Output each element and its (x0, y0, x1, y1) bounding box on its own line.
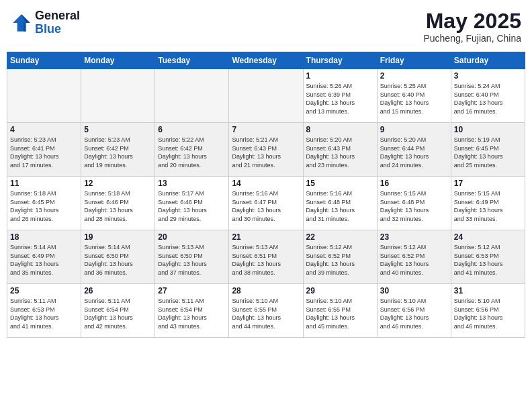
calendar-day-cell (7, 69, 81, 123)
day-number: 18 (10, 232, 78, 242)
day-number: 22 (306, 232, 374, 242)
day-number: 12 (84, 179, 152, 188)
calendar-day-cell: 29Sunrise: 5:10 AMSunset: 6:55 PMDayligh… (303, 284, 377, 338)
calendar-day-cell (81, 69, 155, 123)
calendar-day-cell: 24Sunrise: 5:12 AMSunset: 6:53 PMDayligh… (451, 230, 525, 284)
logo-blue-text: Blue (35, 23, 80, 36)
calendar-day-cell: 28Sunrise: 5:10 AMSunset: 6:55 PMDayligh… (229, 284, 303, 338)
day-number: 9 (380, 125, 448, 134)
day-info: Sunrise: 5:10 AMSunset: 6:56 PMDaylight:… (380, 297, 448, 330)
day-info: Sunrise: 5:19 AMSunset: 6:45 PMDaylight:… (454, 136, 522, 169)
calendar-week-row: 25Sunrise: 5:11 AMSunset: 6:53 PMDayligh… (7, 284, 525, 338)
day-number: 17 (454, 179, 522, 188)
calendar-day-cell: 3Sunrise: 5:24 AMSunset: 6:40 PMDaylight… (451, 69, 525, 123)
day-info: Sunrise: 5:11 AMSunset: 6:54 PMDaylight:… (158, 297, 226, 330)
calendar-day-cell: 22Sunrise: 5:12 AMSunset: 6:52 PMDayligh… (303, 230, 377, 284)
calendar-day-cell: 4Sunrise: 5:23 AMSunset: 6:41 PMDaylight… (7, 123, 81, 177)
day-number: 13 (158, 179, 226, 188)
day-info: Sunrise: 5:26 AMSunset: 6:39 PMDaylight:… (306, 82, 374, 116)
logo-text: General Blue (35, 9, 80, 36)
day-info: Sunrise: 5:16 AMSunset: 6:48 PMDaylight:… (306, 189, 374, 223)
weekday-header-row: SundayMondayTuesdayWednesdayThursdayFrid… (7, 52, 525, 69)
logo-icon (11, 12, 32, 34)
calendar-week-row: 1Sunrise: 5:26 AMSunset: 6:39 PMDaylight… (7, 69, 525, 123)
day-info: Sunrise: 5:13 AMSunset: 6:50 PMDaylight:… (158, 243, 226, 277)
day-info: Sunrise: 5:23 AMSunset: 6:41 PMDaylight:… (10, 136, 78, 169)
title-block: May 2025 Pucheng, Fujian, China (423, 9, 521, 44)
calendar-week-row: 18Sunrise: 5:14 AMSunset: 6:49 PMDayligh… (7, 230, 525, 284)
calendar-week-row: 11Sunrise: 5:18 AMSunset: 6:45 PMDayligh… (7, 177, 525, 230)
day-number: 7 (232, 125, 300, 134)
day-number: 8 (306, 125, 374, 134)
day-number: 10 (454, 125, 522, 134)
logo-general-text: General (35, 9, 80, 23)
day-number: 23 (380, 232, 448, 242)
calendar-day-cell: 6Sunrise: 5:22 AMSunset: 6:42 PMDaylight… (155, 123, 229, 177)
calendar-day-cell: 10Sunrise: 5:19 AMSunset: 6:45 PMDayligh… (451, 123, 525, 177)
calendar-day-cell: 19Sunrise: 5:14 AMSunset: 6:50 PMDayligh… (81, 230, 155, 284)
calendar-day-cell: 20Sunrise: 5:13 AMSunset: 6:50 PMDayligh… (155, 230, 229, 284)
day-number: 28 (232, 286, 300, 295)
calendar-day-cell: 31Sunrise: 5:10 AMSunset: 6:56 PMDayligh… (451, 284, 525, 338)
day-info: Sunrise: 5:24 AMSunset: 6:40 PMDaylight:… (454, 82, 522, 116)
day-info: Sunrise: 5:17 AMSunset: 6:46 PMDaylight:… (158, 189, 226, 223)
day-number: 5 (84, 125, 152, 134)
day-number: 26 (84, 286, 152, 295)
day-info: Sunrise: 5:10 AMSunset: 6:55 PMDaylight:… (306, 297, 374, 330)
day-number: 2 (380, 71, 448, 81)
day-info: Sunrise: 5:10 AMSunset: 6:56 PMDaylight:… (454, 297, 522, 330)
day-number: 1 (306, 71, 374, 81)
calendar-day-cell: 9Sunrise: 5:20 AMSunset: 6:44 PMDaylight… (377, 123, 451, 177)
day-number: 30 (380, 286, 448, 295)
day-info: Sunrise: 5:14 AMSunset: 6:50 PMDaylight:… (84, 243, 152, 277)
day-info: Sunrise: 5:12 AMSunset: 6:52 PMDaylight:… (380, 243, 448, 277)
calendar-day-cell: 21Sunrise: 5:13 AMSunset: 6:51 PMDayligh… (229, 230, 303, 284)
calendar-day-cell: 2Sunrise: 5:25 AMSunset: 6:40 PMDaylight… (377, 69, 451, 123)
calendar-day-cell: 12Sunrise: 5:18 AMSunset: 6:46 PMDayligh… (81, 177, 155, 230)
calendar-day-cell: 7Sunrise: 5:21 AMSunset: 6:43 PMDaylight… (229, 123, 303, 177)
calendar-week-row: 4Sunrise: 5:23 AMSunset: 6:41 PMDaylight… (7, 123, 525, 177)
day-info: Sunrise: 5:12 AMSunset: 6:52 PMDaylight:… (306, 243, 374, 277)
day-number: 29 (306, 286, 374, 295)
weekday-header-saturday: Saturday (451, 52, 525, 69)
calendar-day-cell: 26Sunrise: 5:11 AMSunset: 6:54 PMDayligh… (81, 284, 155, 338)
calendar-day-cell: 5Sunrise: 5:23 AMSunset: 6:42 PMDaylight… (81, 123, 155, 177)
day-number: 11 (10, 179, 78, 188)
calendar-day-cell: 14Sunrise: 5:16 AMSunset: 6:47 PMDayligh… (229, 177, 303, 230)
calendar-day-cell: 8Sunrise: 5:20 AMSunset: 6:43 PMDaylight… (303, 123, 377, 177)
weekday-header-monday: Monday (81, 52, 155, 69)
weekday-header-tuesday: Tuesday (155, 52, 229, 69)
calendar-table: SundayMondayTuesdayWednesdayThursdayFrid… (7, 52, 525, 338)
day-number: 4 (10, 125, 78, 134)
calendar-day-cell: 27Sunrise: 5:11 AMSunset: 6:54 PMDayligh… (155, 284, 229, 338)
calendar-day-cell: 25Sunrise: 5:11 AMSunset: 6:53 PMDayligh… (7, 284, 81, 338)
day-number: 31 (454, 286, 522, 295)
day-info: Sunrise: 5:10 AMSunset: 6:55 PMDaylight:… (232, 297, 300, 330)
day-info: Sunrise: 5:13 AMSunset: 6:51 PMDaylight:… (232, 243, 300, 277)
calendar-day-cell: 13Sunrise: 5:17 AMSunset: 6:46 PMDayligh… (155, 177, 229, 230)
page-header: General Blue May 2025 Pucheng, Fujian, C… (7, 7, 525, 46)
day-info: Sunrise: 5:18 AMSunset: 6:45 PMDaylight:… (10, 189, 78, 223)
logo: General Blue (11, 9, 80, 36)
day-info: Sunrise: 5:16 AMSunset: 6:47 PMDaylight:… (232, 189, 300, 223)
weekday-header-thursday: Thursday (303, 52, 377, 69)
weekday-header-sunday: Sunday (7, 52, 81, 69)
calendar-day-cell: 30Sunrise: 5:10 AMSunset: 6:56 PMDayligh… (377, 284, 451, 338)
day-info: Sunrise: 5:15 AMSunset: 6:49 PMDaylight:… (454, 189, 522, 223)
month-year-title: May 2025 (423, 9, 521, 33)
location-subtitle: Pucheng, Fujian, China (423, 33, 521, 44)
calendar-day-cell: 16Sunrise: 5:15 AMSunset: 6:48 PMDayligh… (377, 177, 451, 230)
day-number: 27 (158, 286, 226, 295)
day-info: Sunrise: 5:23 AMSunset: 6:42 PMDaylight:… (84, 136, 152, 169)
calendar-day-cell: 15Sunrise: 5:16 AMSunset: 6:48 PMDayligh… (303, 177, 377, 230)
weekday-header-wednesday: Wednesday (229, 52, 303, 69)
day-info: Sunrise: 5:20 AMSunset: 6:43 PMDaylight:… (306, 136, 374, 169)
day-number: 24 (454, 232, 522, 242)
day-number: 21 (232, 232, 300, 242)
day-info: Sunrise: 5:15 AMSunset: 6:48 PMDaylight:… (380, 189, 448, 223)
day-number: 25 (10, 286, 78, 295)
weekday-header-friday: Friday (377, 52, 451, 69)
calendar-day-cell (229, 69, 303, 123)
day-info: Sunrise: 5:11 AMSunset: 6:54 PMDaylight:… (84, 297, 152, 330)
day-info: Sunrise: 5:18 AMSunset: 6:46 PMDaylight:… (84, 189, 152, 223)
